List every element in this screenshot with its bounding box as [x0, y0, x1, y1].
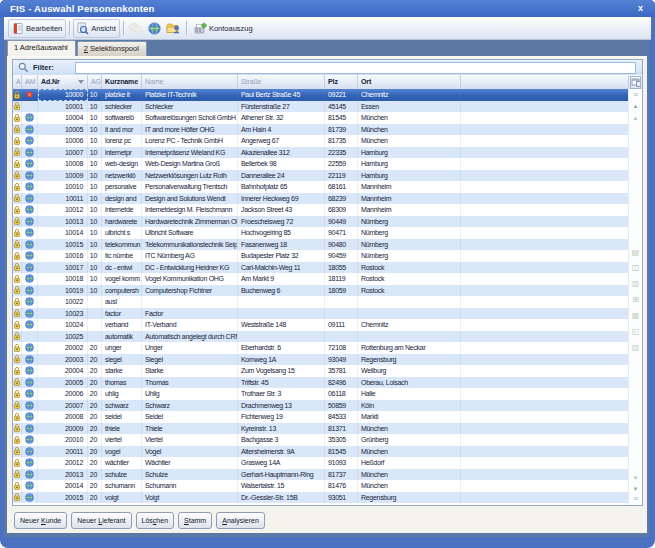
table-row[interactable]: 2000520thomasThomasTriftstr. 4582496Ober…	[13, 377, 629, 389]
column-header-am[interactable]: AM	[22, 75, 38, 90]
cell-ort: München	[358, 124, 461, 136]
table-row[interactable]: 1001310hardwareteHardwaretechnik Zimmerm…	[13, 216, 629, 228]
cell-am	[22, 101, 38, 113]
table-row[interactable]: 1000010platzke itPlatzke IT-TechnikPaul …	[13, 89, 629, 101]
cell-ort: Weilburg	[358, 365, 461, 377]
footer-button-l-schen[interactable]: Löschen	[136, 512, 174, 529]
column-header-ag[interactable]: AG	[88, 75, 102, 90]
footer-button-stamm[interactable]: Stamm	[178, 512, 212, 529]
cell-locked	[13, 365, 22, 377]
cell-name: Schlecker	[142, 101, 238, 113]
column-header-plz[interactable]: Plz	[325, 75, 358, 90]
toolbar-separator	[69, 21, 70, 35]
cell-ort: Hamburg	[358, 147, 461, 159]
cell-kurzname: personalve	[102, 181, 142, 193]
close-button[interactable]: x	[638, 3, 643, 13]
table-row[interactable]: 2000320siegelSiegelKornweg 1A93049Regens…	[13, 354, 629, 366]
table-row[interactable]: 1001610itc nürnbeITC Nürnberg AGBudapest…	[13, 250, 629, 262]
column-chooser-button[interactable]	[630, 76, 641, 89]
cell-ag: 20	[88, 480, 102, 492]
table-row[interactable]: 2001220wächtlerWächtlerGrasweg 14A91093H…	[13, 457, 629, 469]
column-header-kurzname[interactable]: Kurzname	[102, 75, 142, 90]
title-bar: FIS - Auswahl Personenkonten x	[0, 0, 655, 17]
table-row[interactable]: 2001120vogelVogelAltersheimerstr. 9A8154…	[13, 446, 629, 458]
column-header-name[interactable]: Name	[142, 75, 238, 90]
column-header-strasse[interactable]: Straße	[238, 75, 325, 90]
table-row[interactable]: 2000720schwarzSchwarzDrachmenweg 1350859…	[13, 400, 629, 412]
cell-am	[22, 331, 38, 343]
cell-adnr: 20003	[38, 354, 88, 366]
cell-strasse: Gerhart-Hauptmann-Ring	[238, 469, 325, 481]
table-header: AAMAd.NrAGKurznameNameStraßePlzOrt	[13, 75, 642, 90]
toolbar-button-ansicht[interactable]: Ansicht	[73, 19, 120, 38]
table-row[interactable]: 2000820seidelSeidelFichtenweg 1984533Mar…	[13, 411, 629, 423]
star-icon	[25, 90, 34, 99]
cell-am	[22, 158, 38, 170]
lock-icon	[13, 147, 21, 157]
table-row[interactable]: 2000620uhligUhligTrothaer Str. 306118Hal…	[13, 388, 629, 400]
kontoauszug-icon	[193, 22, 207, 35]
cell-ort: Halle	[358, 388, 461, 400]
cell-kurzname: ulbricht s	[102, 227, 142, 239]
cell-kurzname: seidel	[102, 411, 142, 423]
table-row[interactable]: 1000710internetprInternetpräsenz Wieland…	[13, 147, 629, 159]
toolbar-button-bearbeiten[interactable]: Bearbeiten	[8, 19, 66, 38]
table-row[interactable]: 1000910netzwerklöNetzwerklösungen Lutz R…	[13, 170, 629, 182]
table-row[interactable]: 10024verbandIT-VerbandWeststraße 1480911…	[13, 319, 629, 331]
cell-ag: 20	[88, 469, 102, 481]
table-row[interactable]: 1000810web-designWeb-Design Martina Groß…	[13, 158, 629, 170]
table-row[interactable]: 10022ausl	[13, 296, 629, 308]
cell-plz: 18119	[325, 273, 358, 285]
cell-adnr: 20008	[38, 411, 88, 423]
toolbar-globe-icon[interactable]	[146, 22, 164, 35]
table-row[interactable]: 1000510it and morIT and more Höfler OHGA…	[13, 124, 629, 136]
table-row[interactable]: 1000110schleckerSchleckerFürstenstraße 2…	[13, 101, 629, 113]
footer-button-neuer-kunde[interactable]: Neuer Kunde	[14, 512, 67, 529]
table-row[interactable]: 1001810vogel kommVogel Kommunikation OHG…	[13, 273, 629, 285]
table-row[interactable]: 1001910computershComputershop FichtnerBu…	[13, 285, 629, 297]
table-row[interactable]: 2000220ungerUngerEberhardstr. 672108Rott…	[13, 342, 629, 354]
footer-button-analysieren[interactable]: Analysieren	[216, 512, 265, 529]
scrollbar-strip[interactable]: ≡▲▲▤◫▥⊞▦◱▧▼▼≡	[628, 89, 642, 505]
cell-strasse: Hochvogelring 85	[238, 227, 325, 239]
table-row[interactable]: 2001320schulzeSchulzeGerhart-Hauptmann-R…	[13, 469, 629, 481]
cell-ort: Heßdorf	[358, 457, 461, 469]
table-row[interactable]: 10023factorFactor	[13, 308, 629, 320]
cell-strasse: Dannerallee 24	[238, 170, 325, 182]
filter-input[interactable]	[75, 62, 636, 74]
footer-button-neuer-lieferant[interactable]: Neuer Lieferant	[71, 512, 131, 529]
toolbar-button-kontoauszug[interactable]: Kontoauszug	[190, 20, 256, 37]
table-row[interactable]: 10025automatikAutomatisch angelegt durch…	[13, 331, 629, 343]
tab-1[interactable]: 1 Adreßauswahl	[7, 40, 76, 56]
toolbar-folder-user-icon[interactable]	[164, 22, 183, 35]
cell-ort: Chemnitz	[358, 89, 461, 101]
cell-filler	[461, 342, 629, 354]
cell-plz: 35305	[325, 434, 358, 446]
column-header-adnr[interactable]: Ad.Nr	[38, 75, 88, 90]
table-row[interactable]: 2000420starkeStarkeZum Vogelsang 1535781…	[13, 365, 629, 377]
cell-name: Netzwerklösungen Lutz Roth	[142, 170, 238, 182]
table-row[interactable]: 1000610lorenz pcLorenz PC - Technik GmbH…	[13, 135, 629, 147]
table-row[interactable]: 1001110design andDesign and Solutions We…	[13, 193, 629, 205]
table-row[interactable]: 1000410softwarelöSoftwarelösungen Scholl…	[13, 112, 629, 124]
table-row[interactable]: 2001520voigtVoigtDr.-Gessler-Str. 15B930…	[13, 492, 629, 504]
cell-filler	[461, 469, 629, 481]
table-row[interactable]: 2000920thieleThieleKyreinstr. 1381371Mün…	[13, 423, 629, 435]
column-header-a[interactable]: A	[13, 75, 22, 90]
cell-name: Wächtler	[142, 457, 238, 469]
toolbar-chat-icon[interactable]	[127, 22, 146, 35]
table-row[interactable]: 1001510telekommunTelekommunikationstechn…	[13, 239, 629, 251]
table-row[interactable]: 2001420schumannSchumannWalsertalstr. 158…	[13, 480, 629, 492]
tab-2[interactable]: 2 Selektionspool	[77, 41, 147, 56]
table-row[interactable]: 2001020viertelViertelBachgasse 335305Grü…	[13, 434, 629, 446]
table-row[interactable]: 1001410ulbricht sUlbricht SoftwareHochvo…	[13, 227, 629, 239]
table-row[interactable]: 1001710dc - entwiDC - Entwicklung Heidne…	[13, 262, 629, 274]
column-header-filler[interactable]	[461, 75, 629, 90]
cell-filler	[461, 400, 629, 412]
table-row[interactable]: 1001210internetdeInternetdesign M. Fleis…	[13, 204, 629, 216]
chat-icon	[129, 22, 143, 35]
table-row[interactable]: 1001010personalvePersonalverwaltung Tren…	[13, 181, 629, 193]
cell-strasse: Walsertalstr. 15	[238, 480, 325, 492]
cell-filler	[461, 239, 629, 251]
column-header-ort[interactable]: Ort	[358, 75, 461, 90]
